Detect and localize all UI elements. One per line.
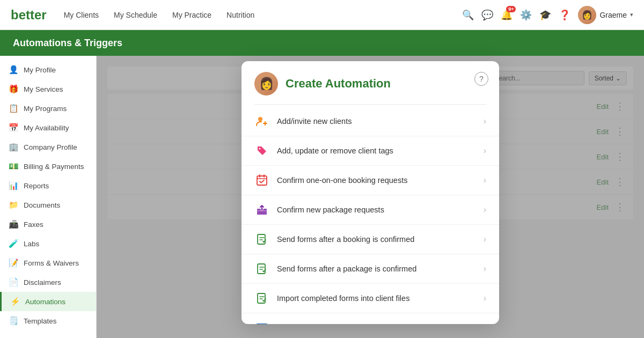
nav-my-clients[interactable]: My Clients	[64, 11, 99, 19]
sidebar: 👤 My Profile 🎁 My Services 📋 My Programs…	[0, 56, 97, 338]
labs-icon: 🧪	[9, 239, 18, 248]
help-question-icon: ?	[479, 75, 484, 83]
chevron-down-icon: ▾	[630, 11, 633, 18]
automation-option-add-update-tags[interactable]: Add, update or remove client tags ›	[241, 136, 499, 166]
sidebar-label-my-programs: My Programs	[24, 105, 67, 113]
import-forms-label: Import completed forms into client files	[277, 294, 476, 303]
nav-links: My Clients My Schedule My Practice Nutri…	[64, 11, 463, 19]
sidebar-label-automations: Automations	[25, 298, 65, 306]
import-forms-icon	[254, 291, 269, 306]
confirm-package-label: Confirm new package requests	[277, 205, 476, 214]
nav-my-schedule[interactable]: My Schedule	[114, 11, 157, 19]
sidebar-item-faxes[interactable]: 📠 Faxes	[0, 215, 96, 234]
sidebar-label-disclaimers: Disclaimers	[24, 278, 61, 286]
send-forms-booking-icon	[254, 232, 269, 247]
modal-header: 👩 Create Automation ?	[241, 61, 499, 104]
chevron-right-icon: ›	[484, 146, 486, 156]
profile-icon: 👤	[9, 65, 18, 75]
billing-icon: 💵	[9, 161, 18, 171]
sidebar-label-templates: Templates	[24, 317, 57, 325]
automation-option-import-forms[interactable]: Import completed forms into client files…	[241, 284, 499, 313]
schedule-installments-label: Schedule installment payments	[277, 324, 476, 324]
chevron-right-icon: ›	[484, 264, 486, 274]
modal-overlay[interactable]: 👩 Create Automation ?	[97, 56, 644, 338]
modal-help-button[interactable]: ?	[474, 72, 488, 86]
send-forms-package-label: Send forms after a package is confirmed	[277, 264, 476, 273]
create-automation-modal: 👩 Create Automation ?	[241, 61, 499, 324]
company-icon: 🏢	[9, 142, 18, 152]
automations-icon: ⚡	[10, 297, 20, 306]
banner-title: Automations & Triggers	[13, 38, 122, 49]
automation-option-add-invite-clients[interactable]: Add/invite new clients ›	[241, 107, 499, 136]
sidebar-label-labs: Labs	[24, 240, 39, 248]
sidebar-item-reports[interactable]: 📊 Reports	[0, 176, 96, 195]
search-icon[interactable]: 🔍	[462, 9, 474, 21]
sidebar-item-my-programs[interactable]: 📋 My Programs	[0, 99, 96, 118]
sidebar-label-company-profile: Company Profile	[24, 143, 77, 151]
automation-option-send-forms-package[interactable]: Send forms after a package is confirmed …	[241, 254, 499, 284]
sidebar-item-company-profile[interactable]: 🏢 Company Profile	[0, 137, 96, 157]
content-area: 🔍 Sorted ⌄ Edit ⋮ Edit ⋮ Edit ⋮	[97, 56, 644, 338]
send-forms-package-icon	[254, 261, 269, 276]
add-update-tags-label: Add, update or remove client tags	[277, 146, 476, 155]
page-banner: Automations & Triggers	[0, 30, 644, 56]
nav-right: 🔍 💬 🔔 9+ ⚙️ 🎓 ❓ 👩 Graeme ▾	[462, 6, 633, 24]
chevron-right-icon: ›	[484, 175, 486, 185]
nav-my-practice[interactable]: My Practice	[172, 11, 211, 19]
help-icon[interactable]: ❓	[559, 9, 570, 21]
modal-avatar: 👩	[254, 72, 278, 95]
nav-nutrition[interactable]: Nutrition	[226, 11, 254, 19]
sidebar-item-forms-waivers[interactable]: 📝 Forms & Waivers	[0, 253, 96, 273]
logo: better	[11, 8, 47, 23]
sidebar-label-documents: Documents	[24, 201, 60, 209]
chevron-right-icon: ›	[484, 293, 486, 303]
chevron-right-icon: ›	[484, 323, 486, 324]
availability-icon: 📅	[9, 123, 18, 133]
sidebar-item-my-services[interactable]: 🎁 My Services	[0, 79, 96, 99]
graduation-icon[interactable]: 🎓	[539, 9, 551, 21]
top-nav: better My Clients My Schedule My Practic…	[0, 0, 644, 30]
sidebar-item-disclaimers[interactable]: 📄 Disclaimers	[0, 273, 96, 292]
sidebar-label-my-availability: My Availability	[24, 124, 69, 132]
confirm-booking-icon	[254, 173, 269, 188]
sidebar-item-billing-payments[interactable]: 💵 Billing & Payments	[0, 157, 96, 176]
add-clients-icon	[254, 114, 269, 129]
sidebar-label-faxes: Faxes	[24, 221, 43, 229]
sidebar-label-billing-payments: Billing & Payments	[24, 163, 84, 171]
notifications-icon[interactable]: 🔔 9+	[501, 9, 513, 21]
templates-icon: 🗒️	[9, 316, 18, 326]
services-icon: 🎁	[9, 84, 18, 94]
notifications-badge: 9+	[506, 6, 516, 12]
sidebar-item-documents[interactable]: 📁 Documents	[0, 195, 96, 215]
modal-title: Create Automation	[286, 77, 391, 91]
user-menu[interactable]: 👩 Graeme ▾	[578, 6, 633, 24]
chevron-right-icon: ›	[484, 205, 486, 215]
main-layout: 👤 My Profile 🎁 My Services 📋 My Programs…	[0, 56, 644, 338]
sidebar-item-my-profile[interactable]: 👤 My Profile	[0, 60, 96, 79]
svg-point-0	[258, 117, 262, 121]
documents-icon: 📁	[9, 200, 18, 210]
svg-rect-8	[257, 209, 267, 215]
sidebar-item-automations[interactable]: ⚡ Automations	[0, 292, 96, 311]
disclaimers-icon: 📄	[9, 277, 18, 287]
messages-icon[interactable]: 💬	[481, 9, 493, 21]
confirm-booking-label: Confirm one-on-one booking requests	[277, 176, 476, 185]
faxes-icon: 📠	[9, 219, 18, 229]
sidebar-label-my-services: My Services	[24, 85, 63, 93]
automation-options-list: Add/invite new clients › Add, update or …	[241, 105, 499, 324]
automation-option-confirm-booking[interactable]: Confirm one-on-one booking requests ›	[241, 166, 499, 195]
sidebar-item-templates[interactable]: 🗒️ Templates	[0, 311, 96, 330]
automation-option-confirm-package[interactable]: Confirm new package requests ›	[241, 195, 499, 225]
sidebar-item-labs[interactable]: 🧪 Labs	[0, 234, 96, 253]
sidebar-label-my-profile: My Profile	[24, 66, 56, 74]
automation-option-send-forms-booking[interactable]: Send forms after a booking is confirmed …	[241, 225, 499, 254]
sidebar-label-forms-waivers: Forms & Waivers	[24, 259, 79, 267]
username-label: Graeme	[599, 11, 627, 19]
chevron-right-icon: ›	[484, 234, 486, 244]
sidebar-label-reports: Reports	[24, 182, 49, 190]
automation-option-schedule-installments[interactable]: 5 Schedule installment payments ›	[241, 313, 499, 324]
tags-icon	[254, 143, 269, 158]
settings-icon[interactable]: ⚙️	[520, 9, 532, 21]
sidebar-item-my-availability[interactable]: 📅 My Availability	[0, 118, 96, 137]
reports-icon: 📊	[9, 181, 18, 190]
